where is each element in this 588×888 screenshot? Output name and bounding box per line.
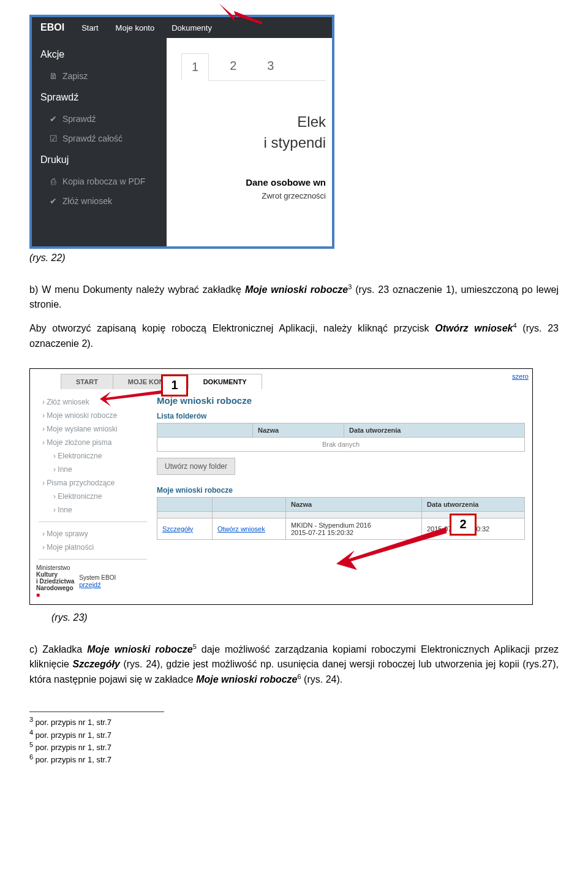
section-heading: Dane osobowe wn bbox=[181, 177, 326, 188]
truncated-heading: Elek i stypendi bbox=[181, 112, 326, 153]
tab-dokumenty[interactable]: DOKUMENTY bbox=[188, 374, 262, 389]
top-navbar: EBOI Start Moje konto Dokumenty bbox=[32, 17, 332, 38]
right-content: 2 Moje wnioski robocze Lista folderów Na… bbox=[149, 389, 529, 598]
sidebar-item-label: Sprawdź całość bbox=[62, 134, 123, 143]
menu-inne-2[interactable]: Inne bbox=[36, 503, 149, 517]
footnote-5: 5 por. przypis nr 1, str.7 bbox=[29, 741, 559, 752]
system-eboi-label: System EBOI bbox=[79, 574, 116, 581]
annotation-marker-1: 1 bbox=[161, 374, 188, 397]
ministry-logo-block: Ministerstwo Kultury i Dziedzictwa Narod… bbox=[36, 564, 149, 598]
menu-elektroniczne[interactable]: Elektroniczne bbox=[36, 449, 149, 463]
paragraph-b-2: Aby otworzyć zapisaną kopię roboczą Elek… bbox=[29, 321, 559, 351]
sidebar-item-label: Sprawdź bbox=[62, 114, 96, 124]
field-label: Zwrot grzeczności bbox=[181, 191, 326, 200]
menu-elektroniczne-2[interactable]: Elektroniczne bbox=[36, 490, 149, 503]
sidebar-item-kopia-pdf[interactable]: ⎙ Kopia robocza w PDF bbox=[32, 172, 167, 191]
tab-3[interactable]: 3 bbox=[257, 53, 284, 80]
sidebar-item-label: Kopia robocza w PDF bbox=[62, 176, 145, 186]
menu-pisma-przychodzace[interactable]: Pisma przychodzące bbox=[36, 476, 149, 490]
check-icon: ✔ bbox=[49, 115, 58, 123]
szczegoly-link[interactable]: Szczegóły bbox=[162, 525, 193, 533]
menu-inne[interactable]: Inne bbox=[36, 463, 149, 476]
paragraph-b-1: b) W menu Dokumenty należy wybrać zakład… bbox=[29, 282, 559, 312]
sidebar-heading-sprawdz: Sprawdź bbox=[32, 86, 167, 109]
sidebar-item-label: Złóż wniosek bbox=[62, 196, 112, 206]
menu-moje-sprawy[interactable]: Moje sprawy bbox=[36, 527, 149, 541]
col-nazwa-2: Nazwa bbox=[286, 497, 422, 511]
sidebar-item-zloz-wniosek[interactable]: ✔ Złóż wniosek bbox=[32, 191, 167, 211]
content-panel: 1 2 3 Elek i stypendi Dane osobowe wn Zw… bbox=[167, 38, 332, 246]
svg-marker-2 bbox=[336, 527, 447, 570]
figure-22: EBOI Start Moje konto Dokumenty Akcje 🗎 … bbox=[29, 15, 334, 249]
nav-moje-konto[interactable]: Moje konto bbox=[107, 23, 164, 32]
footnote-4: 4 por. przypis nr 1, str.7 bbox=[29, 729, 559, 740]
sidebar-item-sprawdz-calosc[interactable]: ☑ Sprawdź całość bbox=[32, 129, 167, 148]
sidebar-item-zapisz[interactable]: 🗎 Zapisz bbox=[32, 66, 167, 86]
nav-start[interactable]: Start bbox=[73, 23, 107, 32]
checkbox-icon: ☑ bbox=[49, 134, 58, 143]
sidebar-item-label: Zapisz bbox=[62, 71, 88, 81]
col-nazwa: Nazwa bbox=[253, 423, 344, 437]
col-data-2: Data utworzenia bbox=[422, 497, 525, 511]
check-circle-icon: ✔ bbox=[49, 197, 58, 205]
menu-moje-wyslane-wnioski[interactable]: Moje wysłane wnioski bbox=[36, 422, 149, 436]
document-icon: 🗎 bbox=[49, 72, 58, 80]
folders-table: Nazwa Data utworzenia Brak danych bbox=[157, 423, 525, 452]
pdf-icon: ⎙ bbox=[49, 177, 58, 186]
annotation-arrow-2 bbox=[336, 527, 447, 572]
col-data: Data utworzenia bbox=[344, 423, 525, 437]
new-folder-button[interactable]: Utwórz nowy folder bbox=[157, 458, 235, 475]
section-lista-folderow: Lista folderów bbox=[157, 412, 525, 420]
footnote-6: 6 por. przypis nr 1, str.7 bbox=[29, 753, 559, 764]
footnote-separator bbox=[29, 712, 164, 712]
section-moje-wnioski-robocze: Moje wnioski robocze bbox=[157, 486, 525, 495]
menu-moje-zlozone-pisma[interactable]: Moje złożone pisma bbox=[36, 436, 149, 449]
figure-22-caption: (rys. 22) bbox=[29, 252, 559, 264]
figure-23-caption: (rys. 23) bbox=[29, 612, 559, 623]
link-szero[interactable]: szero bbox=[512, 373, 529, 380]
sidebar-heading-drukuj: Drukuj bbox=[32, 148, 167, 172]
brand-logo: EBOI bbox=[32, 22, 73, 33]
empty-row: Brak danych bbox=[157, 437, 525, 451]
sidebar-item-sprawdz[interactable]: ✔ Sprawdź bbox=[32, 109, 167, 129]
nav-dokumenty[interactable]: Dokumenty bbox=[163, 23, 221, 32]
step-tabs: 1 2 3 bbox=[181, 53, 326, 81]
otworz-wniosek-link[interactable]: Otwórz wniosek bbox=[217, 525, 265, 533]
tab-1[interactable]: 1 bbox=[181, 53, 209, 81]
sidebar: Akcje 🗎 Zapisz Sprawdź ✔ Sprawdź ☑ Spraw… bbox=[32, 38, 167, 246]
figure-23: 1 START MOJE KONTO DOKUMENTY szero Złóż … bbox=[29, 368, 533, 609]
annotation-arrow-top bbox=[219, 4, 263, 31]
top-tabs: START MOJE KONTO DOKUMENTY szero bbox=[30, 369, 532, 389]
page-heading: Moje wnioski robocze bbox=[157, 395, 525, 406]
paragraph-c: c) Zakładka Moje wnioski robocze5 daje m… bbox=[29, 642, 559, 688]
svg-marker-0 bbox=[219, 4, 262, 25]
footnote-3: 3 por. przypis nr 1, str.7 bbox=[29, 716, 559, 727]
annotation-marker-2: 2 bbox=[450, 514, 477, 536]
left-menu: Złóż wniosek Moje wnioski robocze Moje w… bbox=[36, 389, 149, 598]
tab-2[interactable]: 2 bbox=[220, 53, 246, 80]
tab-start[interactable]: START bbox=[61, 374, 113, 389]
menu-moje-platnosci[interactable]: Moje płatności bbox=[36, 541, 149, 554]
sidebar-heading-akcje: Akcje bbox=[32, 43, 167, 66]
przejdz-link[interactable]: przejdź bbox=[79, 581, 116, 588]
